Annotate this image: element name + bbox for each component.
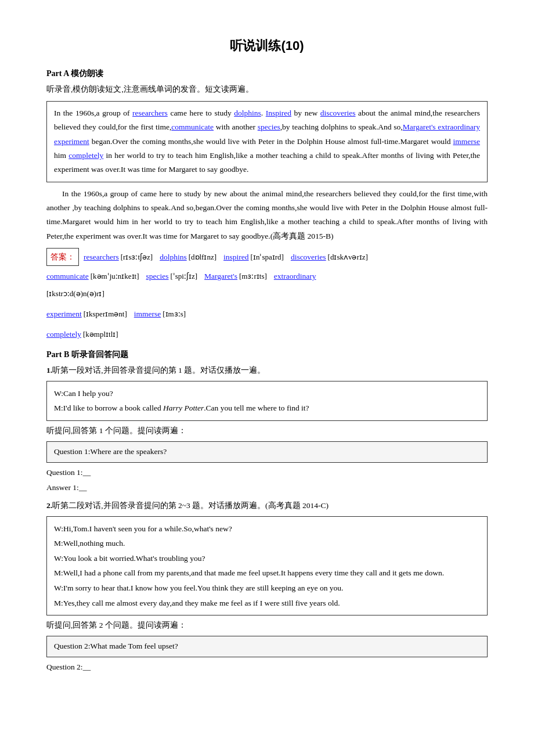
answer-word-extraordinary: extraordinary [274, 268, 316, 284]
answer-item-immerse: immerse[ɪmɜːs] [134, 306, 186, 322]
answer-item-discoveries: discoveries[dɪskʌvərɪz] [291, 249, 368, 265]
part-b-section: Part B 听录音回答问题 1.听第一段对话,并回答录音提问的第 1 题。对话… [46, 348, 488, 674]
word-dolphins: dolphins [234, 109, 261, 117]
plain-passage: In the 1960s,a group of came here to stu… [46, 187, 488, 243]
answer-word-discoveries: discoveries [291, 249, 326, 265]
dialogue2-line-1: W:Hi,Tom.I haven't seen you for a while.… [54, 521, 480, 537]
dialogue2-line-6: M:Yes,they call me almost every day,and … [54, 596, 480, 611]
section1-num: 1. [46, 366, 52, 375]
answer-row-2: communicate[kəmˈjuːnɪkeɪt] species[ˈspiː… [46, 268, 488, 284]
section2-num: 2. [46, 501, 52, 510]
part-a-heading: Part A 模仿朗读 [46, 67, 488, 81]
answer-row-3: [ɪkstrɔːd(ə)n(ə)rɪ] [46, 286, 488, 301]
dialogue2-line-4: M:Well,I had a phone call from my parent… [54, 566, 480, 581]
phonetic-immerse: [ɪmɜːs] [163, 307, 186, 322]
word-researchers: researchers [132, 109, 168, 117]
word-immerse: immerse [453, 137, 481, 146]
word-species: species [258, 123, 280, 131]
passage-box: In the 1960s,a group of researchers came… [46, 101, 488, 182]
answer-item-experiment: experiment[ɪksperɪmənt] [46, 306, 127, 322]
phonetic-extraordinary: [ɪkstrɔːd(ə)n(ə)rɪ] [46, 286, 104, 301]
phonetic-inspired: [ɪnˈspaɪrd] [251, 250, 284, 265]
word-inspired: Inspired [266, 109, 291, 117]
phonetic-species: [ˈspiːʃɪz] [170, 269, 197, 284]
section2-listen-instruction: 听提问,回答第 2 个问题。提问读两遍： [46, 619, 488, 632]
phonetic-dolphins: [dɒlfɪnz] [189, 250, 217, 265]
phonetic-researchers: [rɪsɜːtʃəz] [121, 250, 153, 265]
word-discoveries: discoveries [320, 109, 356, 117]
dialogue2-line-3: W:You look a bit worried.What's troublin… [54, 551, 480, 566]
section1-q-line: Question 1:__ [46, 466, 488, 480]
part-b-heading: Part B 听录音回答问题 [46, 348, 488, 362]
section2-instruction: 2.听第二段对话,并回答录音提问的第 2~3 题。对话播放两遍。(高考真题 20… [46, 499, 488, 513]
dialogue-line-1: W:Can I help you? [54, 386, 480, 401]
section1-dialogue: W:Can I help you? M:I'd like to borrow a… [46, 381, 488, 421]
word-completely: completely [68, 151, 103, 160]
phonetic-communicate: [kəmˈjuːnɪkeɪt] [91, 269, 139, 284]
section-1: 1.听第一段对话,并回答录音提问的第 1 题。对话仅播放一遍。 W:Can I … [46, 364, 488, 495]
answer-word-completely: completely [46, 326, 81, 342]
word-communicate: communicate [171, 123, 214, 131]
answer-row-5: completely[kəmplɪtlɪ] [46, 326, 488, 342]
answer-row-1: 答案： researchers[rɪsɜːtʃəz] dolphins[dɒlf… [46, 248, 488, 266]
answer-item-species: species[ˈspiːʃɪz] [146, 268, 198, 284]
answer-item-communicate: communicate[kəmˈjuːnɪkeɪt] [46, 268, 139, 284]
phonetic-completely: [kəmplɪtlɪ] [83, 327, 118, 342]
section-2: 2.听第二段对话,并回答录音提问的第 2~3 题。对话播放两遍。(高考真题 20… [46, 499, 488, 675]
section1-instruction: 1.听第一段对话,并回答录音提问的第 1 题。对话仅播放一遍。 [46, 364, 488, 377]
answer-word-margarets: Margaret's [204, 268, 237, 284]
phonetic-experiment: [ɪksperɪmənt] [84, 307, 127, 322]
part-a-instruction: 听录音,模仿朗读短文,注意画线单词的发音。短文读两遍。 [46, 83, 488, 96]
answer-item-researchers: researchers[rɪsɜːtʃəz] [84, 249, 153, 265]
page-title: 听说训练(10) [46, 35, 488, 56]
section1-question-box: Question 1:Where are the speakers? [46, 441, 488, 463]
part-a-section: Part A 模仿朗读 听录音,模仿朗读短文,注意画线单词的发音。短文读两遍。 … [46, 67, 488, 341]
answer-row-4: experiment[ɪksperɪmənt] immerse[ɪmɜːs] [46, 306, 488, 322]
section2-question-box: Question 2:What made Tom feel upset? [46, 636, 488, 657]
phonetic-margarets: [mɜːrɪts] [239, 269, 267, 284]
answer-word-experiment: experiment [46, 306, 82, 322]
answer-label: 答案： [46, 248, 79, 266]
answer-item-inspired: inspired[ɪnˈspaɪrd] [223, 249, 284, 265]
section2-dialogue: W:Hi,Tom.I haven't seen you for a while.… [46, 516, 488, 616]
answer-item-completely: completely[kəmplɪtlɪ] [46, 326, 118, 342]
answer-section: 答案： researchers[rɪsɜːtʃəz] dolphins[dɒlf… [46, 248, 488, 342]
section1-a-line: Answer 1:__ [46, 481, 488, 495]
harry-potter-title: Harry Potter [163, 404, 204, 412]
answer-item-margarets: Margaret's[mɜːrɪts] [204, 268, 267, 284]
phonetic-discoveries: [dɪskʌvərɪz] [328, 250, 368, 265]
answer-item-extraordinary: extraordinary [274, 268, 316, 284]
answer-word-immerse: immerse [134, 306, 161, 322]
answer-word-dolphins: dolphins [160, 249, 187, 265]
dialogue2-line-2: M:Well,nothing much. [54, 536, 480, 551]
answer-word-researchers: researchers [84, 249, 119, 265]
dialogue-line-2: M:I'd like to borrow a book called Harry… [54, 401, 480, 416]
dialogue2-line-5: W:I'm sorry to hear that.I know how you … [54, 581, 480, 596]
section2-q-line: Question 2:__ [46, 661, 488, 674]
answer-word-species: species [146, 268, 169, 284]
answer-word-communicate: communicate [46, 268, 89, 284]
answer-item-dolphins: dolphins[dɒlfɪnz] [160, 249, 217, 265]
answer-word-inspired: inspired [223, 249, 249, 265]
section1-listen-instruction: 听提问,回答第 1 个问题。提问读两遍： [46, 424, 488, 438]
